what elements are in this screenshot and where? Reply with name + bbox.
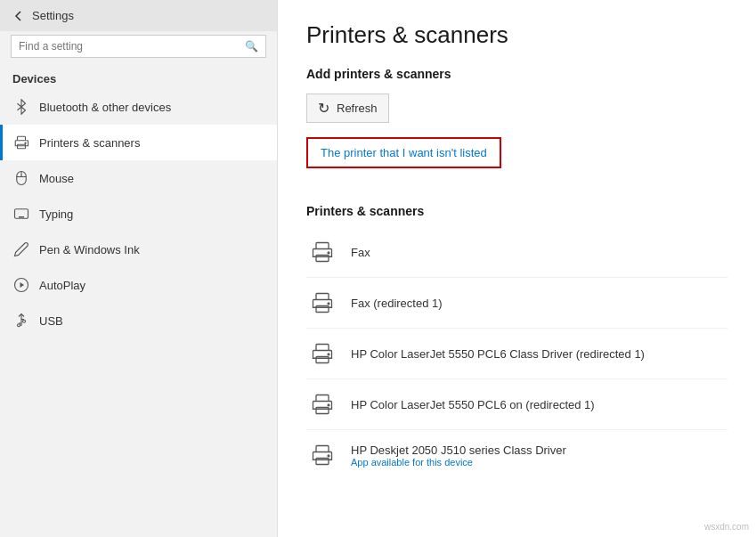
back-label: Settings: [32, 9, 74, 22]
back-arrow-icon: [12, 10, 25, 22]
printer-name-3: HP Color LaserJet 5550 PCL6 on (redirect…: [351, 398, 595, 411]
printer-name-0: Fax: [351, 246, 370, 259]
svg-point-33: [328, 404, 329, 406]
refresh-icon: ↻: [318, 100, 329, 117]
sidebar: Settings 🔍 Devices Bluetooth & other dev…: [0, 0, 278, 537]
svg-rect-23: [316, 243, 329, 249]
search-box[interactable]: 🔍: [11, 35, 266, 58]
usb-icon: [12, 312, 30, 330]
svg-rect-29: [316, 345, 329, 351]
printer-name-2: HP Color LaserJet 5550 PCL6 Class Driver…: [351, 347, 645, 361]
svg-point-21: [18, 324, 20, 327]
svg-point-27: [328, 303, 329, 305]
sidebar-item-usb[interactable]: USB: [0, 303, 277, 338]
section-label: Devices: [0, 67, 277, 89]
printer-device-icon-0: [306, 236, 338, 268]
printers-section-header: Printers & scanners: [306, 204, 728, 218]
svg-rect-31: [316, 408, 329, 414]
back-button[interactable]: Settings: [0, 0, 277, 31]
printer-item[interactable]: Fax (redirected 1): [306, 278, 728, 329]
sidebar-label-mouse: Mouse: [39, 172, 74, 185]
svg-rect-35: [316, 446, 329, 452]
printer-sub-4: App available for this device: [351, 457, 566, 468]
sidebar-label-pen: Pen & Windows Ink: [39, 243, 140, 256]
printer-device-icon-3: [306, 388, 338, 420]
search-icon: 🔍: [245, 40, 258, 53]
svg-rect-34: [316, 459, 329, 465]
main-content: Printers & scanners Add printers & scann…: [278, 0, 756, 537]
bluetooth-icon: [12, 98, 30, 116]
printer-item[interactable]: Fax: [306, 227, 728, 278]
svg-rect-25: [316, 306, 329, 313]
printer-name-1: Fax (redirected 1): [351, 297, 443, 310]
printer-item[interactable]: HP Color LaserJet 5550 PCL6 on (redirect…: [306, 379, 728, 430]
svg-point-24: [328, 252, 329, 254]
svg-point-36: [328, 455, 329, 457]
svg-rect-22: [316, 256, 329, 262]
sidebar-item-pen[interactable]: Pen & Windows Ink: [0, 232, 277, 267]
svg-rect-26: [316, 294, 329, 300]
add-section-header: Add printers & scanners: [306, 67, 728, 81]
sidebar-label-bluetooth: Bluetooth & other devices: [39, 101, 171, 114]
printer-item[interactable]: HP Deskjet 2050 J510 series Class Driver…: [306, 430, 728, 480]
printer-device-icon-4: [306, 439, 338, 471]
svg-point-2: [25, 142, 26, 143]
not-listed-link[interactable]: The printer that I want isn't listed: [306, 137, 501, 168]
printer-name-4: HP Deskjet 2050 J510 series Class Driver: [351, 443, 566, 457]
svg-rect-28: [316, 357, 329, 363]
printers-list: Fax Fax (redirected 1): [306, 227, 728, 480]
refresh-label: Refresh: [337, 102, 378, 115]
typing-icon: [12, 205, 30, 223]
svg-rect-32: [316, 395, 329, 402]
mouse-icon: [12, 169, 30, 187]
svg-marker-16: [20, 282, 25, 288]
sidebar-item-bluetooth[interactable]: Bluetooth & other devices: [0, 89, 277, 125]
svg-point-19: [23, 320, 26, 322]
printer-device-icon-1: [306, 287, 338, 319]
sidebar-label-autoplay: AutoPlay: [39, 279, 85, 292]
autoplay-icon: [12, 276, 30, 294]
sidebar-item-typing[interactable]: Typing: [0, 196, 277, 232]
add-printer-row: ↻ Refresh: [306, 94, 728, 123]
search-input[interactable]: [19, 40, 245, 53]
page-title: Printers & scanners: [306, 21, 728, 49]
svg-rect-1: [18, 136, 26, 141]
printer-item[interactable]: HP Color LaserJet 5550 PCL6 Class Driver…: [306, 329, 728, 379]
sidebar-label-typing: Typing: [39, 207, 73, 221]
svg-rect-0: [18, 144, 26, 149]
refresh-button[interactable]: ↻ Refresh: [306, 94, 389, 123]
printer-device-icon-2: [306, 338, 338, 370]
svg-point-30: [328, 354, 329, 355]
sidebar-item-mouse[interactable]: Mouse: [0, 160, 277, 196]
watermark: wsxdn.com: [704, 522, 749, 532]
sidebar-label-usb: USB: [39, 314, 63, 328]
printer-icon-nav: [12, 134, 30, 151]
sidebar-item-autoplay[interactable]: AutoPlay: [0, 267, 277, 303]
pen-icon: [12, 240, 30, 258]
sidebar-label-printers: Printers & scanners: [39, 136, 140, 150]
sidebar-item-printers[interactable]: Printers & scanners: [0, 125, 277, 160]
